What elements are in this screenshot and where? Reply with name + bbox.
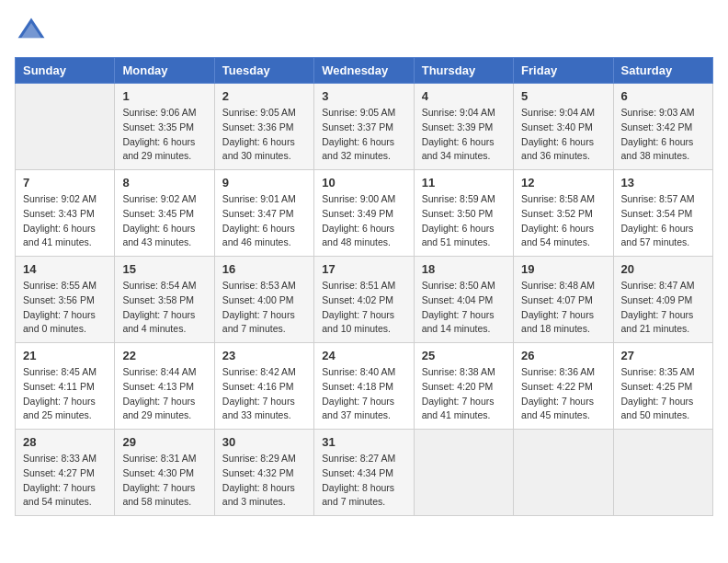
day-cell: 31Sunrise: 8:27 AM Sunset: 4:34 PM Dayli… <box>314 430 414 516</box>
day-info: Sunrise: 8:40 AM Sunset: 4:18 PM Dayligh… <box>322 365 405 423</box>
day-info: Sunrise: 8:59 AM Sunset: 3:50 PM Dayligh… <box>422 192 506 250</box>
day-number: 27 <box>621 349 705 362</box>
day-cell: 15Sunrise: 8:54 AM Sunset: 3:58 PM Dayli… <box>115 257 214 343</box>
day-number: 7 <box>23 176 107 190</box>
day-info: Sunrise: 8:58 AM Sunset: 3:52 PM Dayligh… <box>521 192 605 250</box>
day-number: 22 <box>122 349 206 362</box>
day-cell: 1Sunrise: 9:06 AM Sunset: 3:35 PM Daylig… <box>115 84 214 170</box>
day-cell <box>16 84 115 170</box>
day-info: Sunrise: 8:53 AM Sunset: 4:00 PM Dayligh… <box>222 279 306 337</box>
week-row-2: 14Sunrise: 8:55 AM Sunset: 3:56 PM Dayli… <box>16 257 713 343</box>
calendar-body: 1Sunrise: 9:06 AM Sunset: 3:35 PM Daylig… <box>16 84 713 516</box>
day-cell: 10Sunrise: 9:00 AM Sunset: 3:49 PM Dayli… <box>314 170 414 257</box>
day-number: 4 <box>422 89 506 103</box>
day-number: 20 <box>621 262 705 276</box>
day-info: Sunrise: 8:57 AM Sunset: 3:54 PM Dayligh… <box>621 192 705 250</box>
day-info: Sunrise: 9:05 AM Sunset: 3:37 PM Dayligh… <box>322 106 405 164</box>
day-number: 8 <box>122 176 206 190</box>
day-cell: 25Sunrise: 8:38 AM Sunset: 4:20 PM Dayli… <box>414 343 513 430</box>
day-cell: 4Sunrise: 9:04 AM Sunset: 3:39 PM Daylig… <box>414 84 513 170</box>
day-cell: 2Sunrise: 9:05 AM Sunset: 3:36 PM Daylig… <box>214 84 313 170</box>
day-cell: 5Sunrise: 9:04 AM Sunset: 3:40 PM Daylig… <box>514 84 613 170</box>
day-info: Sunrise: 8:42 AM Sunset: 4:16 PM Dayligh… <box>222 365 306 423</box>
day-number: 26 <box>521 349 605 362</box>
day-cell: 11Sunrise: 8:59 AM Sunset: 3:50 PM Dayli… <box>414 170 513 257</box>
day-number: 19 <box>521 262 605 276</box>
calendar-header: SundayMondayTuesdayWednesdayThursdayFrid… <box>16 58 713 84</box>
day-cell: 17Sunrise: 8:51 AM Sunset: 4:02 PM Dayli… <box>314 257 414 343</box>
day-info: Sunrise: 8:54 AM Sunset: 3:58 PM Dayligh… <box>122 279 206 337</box>
day-cell: 26Sunrise: 8:36 AM Sunset: 4:22 PM Dayli… <box>514 343 613 430</box>
day-cell: 6Sunrise: 9:03 AM Sunset: 3:42 PM Daylig… <box>613 84 712 170</box>
day-cell: 30Sunrise: 8:29 AM Sunset: 4:32 PM Dayli… <box>214 430 313 516</box>
day-number: 5 <box>521 89 605 103</box>
day-number: 30 <box>222 435 306 449</box>
day-cell: 7Sunrise: 9:02 AM Sunset: 3:43 PM Daylig… <box>16 170 115 257</box>
day-cell <box>613 430 712 516</box>
day-info: Sunrise: 8:35 AM Sunset: 4:25 PM Dayligh… <box>621 365 705 423</box>
day-number: 10 <box>322 176 405 190</box>
day-number: 1 <box>122 89 206 103</box>
day-cell: 28Sunrise: 8:33 AM Sunset: 4:27 PM Dayli… <box>16 430 115 516</box>
day-cell: 16Sunrise: 8:53 AM Sunset: 4:00 PM Dayli… <box>214 257 313 343</box>
day-info: Sunrise: 8:50 AM Sunset: 4:04 PM Dayligh… <box>422 279 506 337</box>
day-info: Sunrise: 8:45 AM Sunset: 4:11 PM Dayligh… <box>23 365 107 423</box>
day-number: 16 <box>222 262 306 276</box>
day-number: 12 <box>521 176 605 190</box>
day-info: Sunrise: 8:27 AM Sunset: 4:34 PM Dayligh… <box>322 452 405 510</box>
logo-icon <box>15 15 48 48</box>
week-row-0: 1Sunrise: 9:06 AM Sunset: 3:35 PM Daylig… <box>16 84 713 170</box>
day-number: 2 <box>222 89 306 103</box>
day-number: 15 <box>122 262 206 276</box>
day-cell: 23Sunrise: 8:42 AM Sunset: 4:16 PM Dayli… <box>214 343 313 430</box>
day-cell: 12Sunrise: 8:58 AM Sunset: 3:52 PM Dayli… <box>514 170 613 257</box>
week-row-1: 7Sunrise: 9:02 AM Sunset: 3:43 PM Daylig… <box>16 170 713 257</box>
day-cell: 20Sunrise: 8:47 AM Sunset: 4:09 PM Dayli… <box>613 257 712 343</box>
day-info: Sunrise: 9:01 AM Sunset: 3:47 PM Dayligh… <box>222 192 306 250</box>
day-number: 31 <box>322 435 405 449</box>
page-header <box>15 15 713 48</box>
day-cell <box>514 430 613 516</box>
day-number: 29 <box>122 435 206 449</box>
day-info: Sunrise: 8:44 AM Sunset: 4:13 PM Dayligh… <box>122 365 206 423</box>
day-info: Sunrise: 8:36 AM Sunset: 4:22 PM Dayligh… <box>521 365 605 423</box>
day-number: 11 <box>422 176 506 190</box>
day-info: Sunrise: 8:38 AM Sunset: 4:20 PM Dayligh… <box>422 365 506 423</box>
day-number: 25 <box>422 349 506 362</box>
header-cell-monday: Monday <box>115 58 214 84</box>
day-number: 21 <box>23 349 107 362</box>
day-number: 14 <box>23 262 107 276</box>
day-info: Sunrise: 8:47 AM Sunset: 4:09 PM Dayligh… <box>621 279 705 337</box>
day-cell: 29Sunrise: 8:31 AM Sunset: 4:30 PM Dayli… <box>115 430 214 516</box>
day-info: Sunrise: 9:02 AM Sunset: 3:45 PM Dayligh… <box>122 192 206 250</box>
header-cell-wednesday: Wednesday <box>314 58 414 84</box>
day-info: Sunrise: 8:33 AM Sunset: 4:27 PM Dayligh… <box>23 452 107 510</box>
day-info: Sunrise: 8:55 AM Sunset: 3:56 PM Dayligh… <box>23 279 107 337</box>
day-number: 18 <box>422 262 506 276</box>
header-row: SundayMondayTuesdayWednesdayThursdayFrid… <box>16 58 713 84</box>
week-row-3: 21Sunrise: 8:45 AM Sunset: 4:11 PM Dayli… <box>16 343 713 430</box>
day-number: 28 <box>23 435 107 449</box>
day-cell: 19Sunrise: 8:48 AM Sunset: 4:07 PM Dayli… <box>514 257 613 343</box>
day-info: Sunrise: 9:04 AM Sunset: 3:39 PM Dayligh… <box>422 106 506 164</box>
day-cell: 21Sunrise: 8:45 AM Sunset: 4:11 PM Dayli… <box>16 343 115 430</box>
header-cell-friday: Friday <box>514 58 613 84</box>
day-info: Sunrise: 8:29 AM Sunset: 4:32 PM Dayligh… <box>222 452 306 510</box>
week-row-4: 28Sunrise: 8:33 AM Sunset: 4:27 PM Dayli… <box>16 430 713 516</box>
day-cell: 22Sunrise: 8:44 AM Sunset: 4:13 PM Dayli… <box>115 343 214 430</box>
day-cell: 8Sunrise: 9:02 AM Sunset: 3:45 PM Daylig… <box>115 170 214 257</box>
header-cell-tuesday: Tuesday <box>214 58 313 84</box>
day-number: 3 <box>322 89 405 103</box>
day-cell <box>414 430 513 516</box>
day-number: 17 <box>322 262 405 276</box>
day-info: Sunrise: 9:05 AM Sunset: 3:36 PM Dayligh… <box>222 106 306 164</box>
day-number: 24 <box>322 349 405 362</box>
day-cell: 3Sunrise: 9:05 AM Sunset: 3:37 PM Daylig… <box>314 84 414 170</box>
day-number: 23 <box>222 349 306 362</box>
day-cell: 24Sunrise: 8:40 AM Sunset: 4:18 PM Dayli… <box>314 343 414 430</box>
day-info: Sunrise: 9:00 AM Sunset: 3:49 PM Dayligh… <box>322 192 405 250</box>
day-cell: 9Sunrise: 9:01 AM Sunset: 3:47 PM Daylig… <box>214 170 313 257</box>
header-cell-thursday: Thursday <box>414 58 513 84</box>
day-number: 9 <box>222 176 306 190</box>
day-cell: 14Sunrise: 8:55 AM Sunset: 3:56 PM Dayli… <box>16 257 115 343</box>
